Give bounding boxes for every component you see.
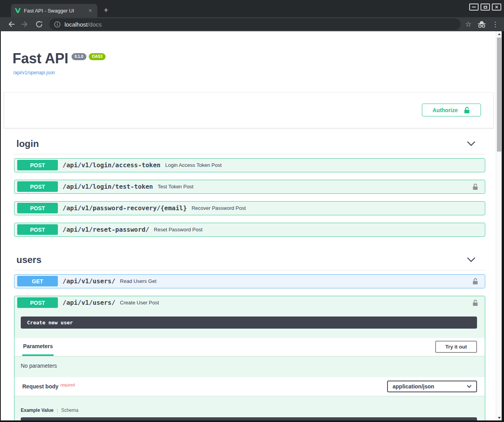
minimize-button[interactable]	[469, 4, 479, 11]
method-badge[interactable]: POST	[17, 160, 58, 170]
method-badge[interactable]: POST	[17, 224, 58, 235]
model-example-tabs: Example Value | Schema	[21, 408, 477, 413]
page-viewport: Fast API 0.1.0 OAS3 /api/v1/openapi.json…	[1, 31, 502, 420]
operation-summary: Reset Password Post	[154, 227, 481, 232]
operation-summary: Read Users Get	[120, 278, 472, 284]
try-it-out-button[interactable]: Try it out	[435, 341, 477, 353]
forward-button[interactable]	[21, 20, 29, 29]
padlock-icon	[472, 299, 479, 307]
scrollbar-up-arrow[interactable]	[496, 31, 502, 37]
operation-summary: Recover Password Post	[192, 205, 481, 211]
menu-dots-icon[interactable]: ⋮	[492, 21, 499, 28]
opblock-reset-password[interactable]: POST /api/v1/reset-password/ Reset Passw…	[14, 223, 485, 237]
section-login-header[interactable]: login	[14, 128, 485, 154]
unlocked-padlock-icon	[463, 106, 470, 114]
operation-path: /api/v1/users/	[63, 299, 115, 306]
authorize-button[interactable]: Authorize	[422, 104, 481, 116]
authorize-label: Authorize	[432, 107, 458, 113]
new-tab-button[interactable]: +	[104, 6, 108, 14]
site-info-icon[interactable]	[54, 21, 61, 28]
operation-list: POST /api/v1/login/access-token Login Ac…	[14, 154, 485, 237]
swagger-favicon-icon	[15, 8, 21, 13]
chevron-down-icon	[467, 385, 472, 388]
tab-parameters[interactable]: Parameters	[22, 338, 54, 356]
example-area: Example Value | Schema {	[14, 396, 485, 420]
opblock-password-recovery[interactable]: POST /api/v1/password-recovery/{email} R…	[14, 201, 485, 215]
parameters-header-bar: Parameters Try it out	[14, 338, 485, 356]
required-flag: required	[61, 383, 75, 387]
back-button[interactable]	[7, 20, 15, 29]
auth-lock-button[interactable]	[472, 299, 479, 307]
page-title: Fast API	[13, 51, 68, 66]
toolbar-actions: ☆ ⋮	[465, 20, 499, 29]
tab-example-value[interactable]: Example Value	[21, 408, 54, 413]
close-icon: ✕	[495, 5, 498, 9]
request-body-text: Request body	[22, 383, 59, 390]
operation-path: /api/v1/login/access-token	[63, 161, 160, 169]
section-title: login	[16, 138, 39, 149]
method-badge[interactable]: POST	[17, 181, 58, 192]
url-bar[interactable]: localhost/docs	[49, 18, 461, 30]
tab-close-icon[interactable]: ×	[87, 7, 93, 14]
api-badges: 0.1.0 OAS3	[72, 53, 106, 60]
method-badge[interactable]: POST	[17, 297, 58, 308]
minimize-icon	[472, 7, 476, 7]
request-body-label: Request bodyrequired	[22, 383, 75, 390]
url-host: localhost	[65, 21, 88, 28]
operation-summary: Create User Post	[120, 300, 472, 306]
operation-summary: Login Access Token Post	[165, 162, 481, 168]
swagger-page: Fast API 0.1.0 OAS3 /api/v1/openapi.json…	[1, 31, 496, 420]
incognito-icon[interactable]	[477, 20, 486, 29]
section-users-header[interactable]: users	[14, 244, 485, 270]
example-code-block[interactable]: {	[21, 417, 477, 420]
section-title: users	[16, 254, 41, 265]
opblock-read-users[interactable]: GET /api/v1/users/ Read Users Get	[14, 274, 485, 288]
no-parameters-text: No parameters	[14, 356, 485, 377]
window-controls: ✕	[469, 4, 501, 11]
media-type-value: application/json	[393, 383, 434, 390]
browser-toolbar: localhost/docs ☆ ⋮	[0, 17, 504, 31]
section-users: users GET /api/v1/users/ Read Users Get	[14, 244, 485, 420]
tabs-separator: |	[57, 408, 58, 413]
scheme-container: Authorize	[4, 92, 493, 128]
tab-title: Fast API - Swagger UI	[24, 8, 84, 14]
openapi-spec-link[interactable]: /api/v1/openapi.json	[13, 70, 55, 75]
operation-path: /api/v1/users/	[63, 277, 115, 285]
operation-path: /api/v1/password-recovery/{email}	[63, 204, 187, 212]
maximize-button[interactable]	[481, 4, 490, 11]
bookmark-star-icon[interactable]: ☆	[465, 21, 472, 28]
maximize-icon	[484, 6, 487, 9]
method-badge[interactable]: POST	[17, 203, 58, 213]
chevron-down-icon[interactable]	[467, 257, 475, 262]
section-login: login POST /api/v1/login/access-token Lo…	[14, 128, 485, 237]
url-text[interactable]: localhost/docs	[65, 21, 102, 28]
opblock-login-test-token[interactable]: POST /api/v1/login/test-token Test Token…	[14, 180, 485, 194]
auth-lock-button[interactable]	[472, 277, 479, 285]
browser-titlebar: Fast API - Swagger UI × + ✕	[0, 0, 504, 17]
version-badge: 0.1.0	[72, 53, 86, 60]
api-header: Fast API 0.1.0 OAS3 /api/v1/openapi.json	[1, 31, 496, 76]
chevron-down-icon[interactable]	[467, 141, 475, 146]
scrollbar-thumb[interactable]	[497, 38, 501, 152]
browser-tab[interactable]: Fast API - Swagger UI ×	[11, 4, 97, 17]
oas3-badge: OAS3	[89, 53, 106, 60]
opblock-create-user[interactable]: POST /api/v1/users/ Create User Post Cre…	[14, 296, 485, 420]
padlock-icon	[472, 277, 479, 285]
operation-description: Create new user	[21, 316, 477, 329]
media-type-select[interactable]: application/json	[387, 381, 477, 392]
operation-path: /api/v1/login/test-token	[63, 183, 153, 190]
page-scrollbar[interactable]	[496, 31, 502, 420]
scrollbar-down-arrow[interactable]	[496, 415, 502, 420]
operation-path: /api/v1/reset-password/	[63, 226, 149, 233]
method-badge[interactable]: GET	[17, 276, 58, 286]
request-body-header-bar: Request bodyrequired application/json	[14, 377, 485, 396]
auth-lock-button[interactable]	[472, 183, 479, 191]
padlock-icon	[472, 183, 479, 191]
tab-schema[interactable]: Schema	[61, 408, 78, 413]
opblock-login-access-token[interactable]: POST /api/v1/login/access-token Login Ac…	[14, 158, 485, 172]
operation-body: Create new user Parameters Try it out No…	[14, 309, 485, 420]
close-button[interactable]: ✕	[492, 4, 501, 11]
operation-list: GET /api/v1/users/ Read Users Get	[14, 270, 485, 420]
reload-button[interactable]	[35, 20, 43, 29]
url-path: /docs	[88, 21, 102, 28]
